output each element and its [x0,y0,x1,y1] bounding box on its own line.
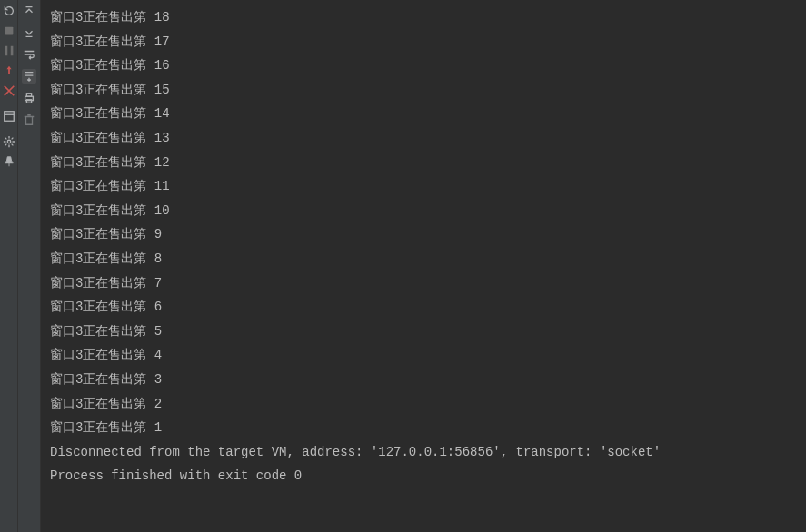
svg-rect-0 [5,27,13,35]
svg-rect-7 [26,94,31,97]
console-line: 窗口3正在售出第 6 [50,295,797,320]
console-tools-gutter [18,0,41,532]
svg-point-5 [7,140,11,143]
layout-icon[interactable] [2,109,16,123]
console-line: 窗口3正在售出第 10 [50,199,797,223]
console-line: 窗口3正在售出第 3 [50,368,797,392]
scroll-to-end-icon[interactable] [22,69,36,84]
settings-icon[interactable] [2,134,16,149]
console-line: 窗口3正在售出第 1 [50,416,797,440]
console-line: 窗口3正在售出第 17 [50,30,797,54]
console-line: Process finished with exit code 0 [50,464,797,488]
console-line: 窗口3正在售出第 13 [50,126,797,151]
console-line: 窗口3正在售出第 4 [50,343,797,368]
pin-icon[interactable] [2,154,16,169]
console-line: 窗口3正在售出第 18 [50,5,797,30]
clear-all-icon[interactable] [22,113,36,127]
console-line: 窗口3正在售出第 12 [50,151,797,175]
run-controls-gutter [0,0,18,532]
svg-rect-1 [5,46,7,56]
svg-rect-8 [26,100,31,103]
print-icon[interactable] [22,91,36,105]
console-line: 窗口3正在售出第 15 [50,78,797,103]
svg-rect-3 [4,112,14,122]
soft-wrap-icon[interactable] [22,47,36,62]
console-output[interactable]: 窗口3正在售出第 18 窗口3正在售出第 17 窗口3正在售出第 16 窗口3正… [41,0,806,532]
dump-threads-icon[interactable] [2,64,16,78]
console-line: Disconnected from the target VM, address… [50,440,797,465]
console-line: 窗口3正在售出第 9 [50,222,797,247]
stop-icon[interactable] [2,24,16,38]
exit-icon[interactable] [2,84,16,98]
console-line: 窗口3正在售出第 8 [50,247,797,271]
console-line: 窗口3正在售出第 5 [50,320,797,344]
pause-icon[interactable] [2,44,16,58]
svg-rect-2 [10,46,13,56]
console-line: 窗口3正在售出第 7 [50,271,797,296]
scroll-to-top-icon[interactable] [22,4,36,18]
rerun-icon[interactable] [2,4,16,18]
console-line: 窗口3正在售出第 2 [50,392,797,417]
console-line: 窗口3正在售出第 14 [50,102,797,126]
scroll-to-bottom-icon[interactable] [22,25,36,40]
console-line: 窗口3正在售出第 16 [50,54,797,78]
console-line: 窗口3正在售出第 11 [50,174,797,199]
